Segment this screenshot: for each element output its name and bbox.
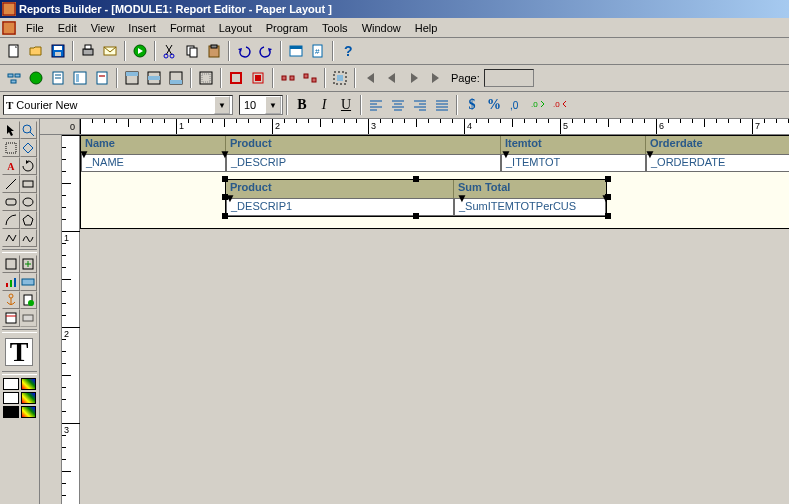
horizontal-ruler[interactable]: 1234567	[80, 119, 789, 135]
email-button[interactable]	[99, 40, 121, 62]
file-link-tool[interactable]	[20, 291, 38, 309]
paper-design-button[interactable]	[69, 67, 91, 89]
paper-param-button[interactable]	[91, 67, 113, 89]
header-product[interactable]: Product	[226, 136, 501, 154]
align-left-button[interactable]	[365, 94, 387, 116]
polygon-tool[interactable]	[20, 211, 38, 229]
italic-button[interactable]: I	[313, 94, 335, 116]
select-parent-button[interactable]	[329, 67, 351, 89]
currency-button[interactable]: $	[461, 94, 483, 116]
round-rect-tool[interactable]	[2, 193, 20, 211]
print-button[interactable]	[77, 40, 99, 62]
menu-edit[interactable]: Edit	[51, 20, 84, 36]
new-button[interactable]	[3, 40, 25, 62]
summary-frame[interactable]: Product Sum Total _DESCRIP1 _SumITEMTOTP…	[225, 179, 607, 217]
selection-handle[interactable]	[605, 176, 611, 182]
menu-format[interactable]: Format	[163, 20, 212, 36]
text-palette-button[interactable]	[21, 406, 37, 418]
rect-tool[interactable]	[20, 175, 38, 193]
bold-button[interactable]: B	[291, 94, 313, 116]
fill-palette-button[interactable]	[21, 378, 37, 390]
menu-window[interactable]: Window	[355, 20, 408, 36]
arc-tool[interactable]	[2, 211, 20, 229]
anchor-tool[interactable]	[2, 291, 20, 309]
menu-program[interactable]: Program	[259, 20, 315, 36]
graph-tool[interactable]	[2, 273, 20, 291]
vertical-ruler[interactable]: 1234	[62, 135, 80, 504]
font-size-select[interactable]: 10	[239, 95, 283, 115]
undo-button[interactable]	[233, 40, 255, 62]
paper-layout-button[interactable]	[47, 67, 69, 89]
layout-canvas[interactable]: Name Product Itemtot Orderdate _NAME _DE…	[80, 135, 789, 504]
underline-button[interactable]: U	[335, 94, 357, 116]
align-justify-button[interactable]	[431, 94, 453, 116]
add-decimal-button[interactable]: .0	[527, 94, 549, 116]
confine-off-button[interactable]	[247, 67, 269, 89]
run-button[interactable]	[129, 40, 151, 62]
selection-handle[interactable]	[222, 213, 228, 219]
text-color-swatch[interactable]	[3, 406, 19, 418]
redo-button[interactable]	[255, 40, 277, 62]
text-tool[interactable]: A	[2, 157, 20, 175]
subheader-sumtotal[interactable]: Sum Total	[454, 180, 606, 198]
menu-tools[interactable]: Tools	[315, 20, 355, 36]
reshape-tool[interactable]	[20, 139, 38, 157]
line-color-swatch[interactable]	[3, 392, 19, 404]
report-block-tool[interactable]	[2, 309, 20, 327]
button-tool[interactable]	[20, 309, 38, 327]
menu-insert[interactable]: Insert	[121, 20, 163, 36]
save-button[interactable]	[47, 40, 69, 62]
trailer-section-button[interactable]	[165, 67, 187, 89]
rotate-tool[interactable]	[20, 157, 38, 175]
field-itemtot[interactable]: _ITEMTOT	[501, 154, 646, 172]
next-page-button[interactable]	[403, 67, 425, 89]
thousands-button[interactable]: ,0	[505, 94, 527, 116]
fill-color-swatch[interactable]	[3, 378, 19, 390]
selection-handle[interactable]	[605, 213, 611, 219]
field-descrip[interactable]: _DESCRIP	[226, 154, 501, 172]
margin-button[interactable]	[195, 67, 217, 89]
font-name-select[interactable]: T Courier New	[3, 95, 233, 115]
cut-button[interactable]	[159, 40, 181, 62]
flex-on-button[interactable]	[277, 67, 299, 89]
menu-file[interactable]: File	[19, 20, 51, 36]
field-name[interactable]: _NAME	[81, 154, 226, 172]
magnify-tool[interactable]	[20, 121, 38, 139]
menu-view[interactable]: View	[84, 20, 122, 36]
ellipse-tool[interactable]	[20, 193, 38, 211]
field-sumitemtot[interactable]: _SumITEMTOTPerCUS	[454, 198, 606, 216]
help-button[interactable]: ?	[337, 40, 359, 62]
menu-layout[interactable]: Layout	[212, 20, 259, 36]
selection-handle[interactable]	[413, 213, 419, 219]
align-right-button[interactable]	[409, 94, 431, 116]
flex-off-button[interactable]	[299, 67, 321, 89]
frame-tool[interactable]	[2, 255, 20, 273]
subheader-product[interactable]: Product	[226, 180, 454, 198]
menu-help[interactable]: Help	[408, 20, 445, 36]
paste-button[interactable]	[203, 40, 225, 62]
align-center-button[interactable]	[387, 94, 409, 116]
header-section-button[interactable]	[121, 67, 143, 89]
remove-decimal-button[interactable]: .0	[549, 94, 571, 116]
prev-page-button[interactable]	[381, 67, 403, 89]
field-orderdate[interactable]: _ORDERDATE	[646, 154, 789, 172]
header-itemtot[interactable]: Itemtot	[501, 136, 646, 154]
insert-page-button[interactable]: #	[307, 40, 329, 62]
data-model-button[interactable]	[3, 67, 25, 89]
insert-date-button[interactable]	[285, 40, 307, 62]
frame-select-tool[interactable]	[2, 139, 20, 157]
web-layout-button[interactable]	[25, 67, 47, 89]
header-name[interactable]: Name	[81, 136, 226, 154]
selection-handle[interactable]	[413, 176, 419, 182]
line-palette-button[interactable]	[21, 392, 37, 404]
repeating-frame-tool[interactable]	[20, 255, 38, 273]
field-tool[interactable]	[20, 273, 38, 291]
first-page-button[interactable]	[359, 67, 381, 89]
selection-handle[interactable]	[222, 176, 228, 182]
field-descrip1[interactable]: _DESCRIP1	[226, 198, 454, 216]
page-input[interactable]	[484, 69, 534, 87]
confine-on-button[interactable]	[225, 67, 247, 89]
select-tool[interactable]	[2, 121, 20, 139]
freehand-tool[interactable]	[20, 229, 38, 247]
open-button[interactable]	[25, 40, 47, 62]
